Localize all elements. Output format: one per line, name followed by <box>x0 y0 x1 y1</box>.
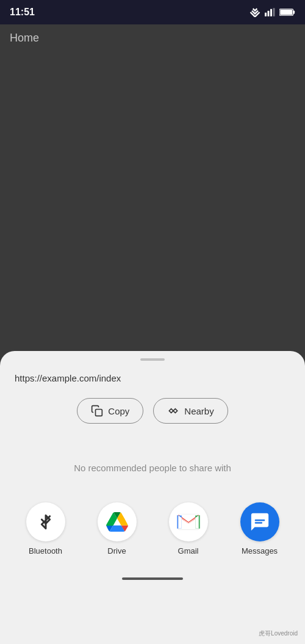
messages-app[interactable]: Messages <box>232 502 287 555</box>
drive-label: Drive <box>107 546 126 555</box>
copy-label: Copy <box>108 406 129 416</box>
drive-app[interactable]: Drive <box>90 502 145 555</box>
signal-icon <box>265 7 276 17</box>
no-recommended-text: No recommended people to share with <box>0 438 305 497</box>
svg-rect-3 <box>265 13 267 16</box>
nearby-button[interactable]: Nearby <box>153 398 228 424</box>
bluetooth-icon <box>36 512 56 532</box>
status-time: 11:51 <box>10 7 35 18</box>
copy-button[interactable]: Copy <box>77 398 143 424</box>
nearby-icon <box>167 405 179 417</box>
shared-url: https://example.com/index <box>0 361 305 393</box>
svg-rect-5 <box>270 9 272 16</box>
app-grid: Bluetooth Drive <box>0 497 305 570</box>
svg-rect-6 <box>273 8 275 16</box>
nearby-label: Nearby <box>184 406 214 416</box>
svg-rect-4 <box>268 11 270 16</box>
messages-icon-container <box>240 502 279 541</box>
svg-rect-8 <box>293 10 295 13</box>
status-icons <box>249 7 295 17</box>
gmail-icon-m <box>176 513 201 531</box>
status-bar: 11:51 <box>0 0 305 24</box>
bluetooth-app[interactable]: Bluetooth <box>18 502 73 555</box>
copy-icon <box>91 405 103 417</box>
battery-icon <box>279 8 295 16</box>
action-buttons: Copy Nearby <box>0 393 305 438</box>
bluetooth-icon-container <box>26 502 65 541</box>
bluetooth-label: Bluetooth <box>29 546 62 555</box>
bottom-nav <box>0 570 305 587</box>
main-content: Home https://example.com/index Copy Near… <box>0 24 305 644</box>
watermark: 虎哥Lovedroid <box>259 629 298 638</box>
home-label: Home <box>0 24 305 52</box>
gmail-icon-container <box>169 502 208 541</box>
messages-icon <box>249 512 270 532</box>
drive-icon <box>106 511 128 533</box>
wifi-icon <box>249 7 261 17</box>
messages-label: Messages <box>242 546 278 555</box>
nav-indicator <box>122 577 183 580</box>
drive-icon-container <box>98 502 137 541</box>
svg-rect-10 <box>96 410 102 416</box>
bottom-sheet: https://example.com/index Copy Nearby No… <box>0 351 305 644</box>
gmail-label: Gmail <box>178 546 199 555</box>
svg-rect-9 <box>280 10 292 15</box>
gmail-app[interactable]: Gmail <box>161 502 216 555</box>
